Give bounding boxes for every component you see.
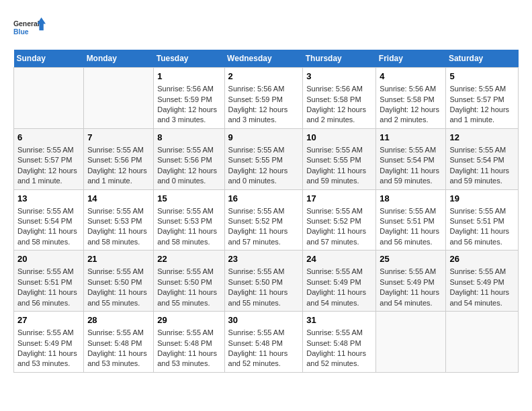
cell-info: Sunrise: 5:55 AM [380,145,442,155]
cell-info: Sunrise: 5:55 AM [157,267,220,277]
cell-info: Sunrise: 5:55 AM [157,145,220,155]
cell-info: Daylight: 11 hours and 52 minutes. [228,349,300,369]
cell-info: Sunset: 5:51 PM [449,216,515,226]
cell-info: Sunrise: 5:55 AM [380,206,442,216]
calendar-cell: 6Sunrise: 5:55 AMSunset: 5:57 PMDaylight… [14,128,84,189]
cell-info: Sunset: 5:50 PM [157,277,220,287]
day-number: 27 [17,314,80,326]
day-number: 26 [449,253,515,265]
cell-info: Sunset: 5:57 PM [449,95,515,105]
cell-info: Sunrise: 5:55 AM [228,267,300,277]
cell-info: Sunset: 5:55 PM [228,155,300,165]
cell-info: Daylight: 11 hours and 55 minutes. [87,287,150,308]
cell-info: Daylight: 11 hours and 56 minutes. [17,287,80,308]
cell-info: Daylight: 12 hours and 2 minutes. [306,105,372,126]
calendar-cell: 7Sunrise: 5:55 AMSunset: 5:56 PMDaylight… [84,128,154,189]
calendar-cell: 2Sunrise: 5:56 AMSunset: 5:59 PMDaylight… [224,68,303,129]
week-row-1: 1Sunrise: 5:56 AMSunset: 5:59 PMDaylight… [14,68,519,129]
cell-info: Sunset: 5:58 PM [380,95,442,105]
calendar-header: SundayMondayTuesdayWednesdayThursdayFrid… [14,50,519,68]
day-number: 28 [87,314,150,326]
cell-info: Sunrise: 5:55 AM [228,206,300,216]
day-number: 22 [157,253,220,265]
day-number: 8 [157,132,220,144]
day-number: 31 [306,314,372,326]
calendar-cell: 8Sunrise: 5:55 AMSunset: 5:56 PMDaylight… [154,128,224,189]
cell-info: Sunset: 5:48 PM [157,338,220,349]
calendar-cell: 20Sunrise: 5:55 AMSunset: 5:51 PMDayligh… [14,250,84,312]
cell-info: Daylight: 11 hours and 52 minutes. [306,349,372,369]
cell-info: Daylight: 12 hours and 3 minutes. [157,105,220,126]
day-number: 17 [306,193,372,205]
cell-info: Sunrise: 5:55 AM [449,145,515,155]
week-row-5: 27Sunrise: 5:55 AMSunset: 5:49 PMDayligh… [14,312,519,373]
calendar-cell: 19Sunrise: 5:55 AMSunset: 5:51 PMDayligh… [446,189,519,250]
cell-info: Sunrise: 5:55 AM [306,328,372,338]
day-number: 11 [380,132,442,144]
cell-info: Sunset: 5:48 PM [306,338,372,349]
logo: General Blue [13,13,46,43]
day-number: 5 [449,71,515,83]
header: General Blue [13,13,519,43]
cell-info: Sunset: 5:50 PM [87,277,150,287]
day-number: 30 [228,314,300,326]
cell-info: Daylight: 11 hours and 56 minutes. [449,226,515,247]
calendar-cell: 21Sunrise: 5:55 AMSunset: 5:50 PMDayligh… [84,250,154,312]
day-number: 18 [380,193,442,205]
cell-info: Daylight: 11 hours and 54 minutes. [380,287,442,308]
cell-info: Daylight: 11 hours and 57 minutes. [228,226,300,247]
cell-info: Sunrise: 5:55 AM [380,267,442,277]
cell-info: Sunrise: 5:55 AM [449,206,515,216]
calendar-body: 1Sunrise: 5:56 AMSunset: 5:59 PMDaylight… [14,68,519,373]
cell-info: Sunset: 5:53 PM [157,216,220,226]
calendar-cell: 26Sunrise: 5:55 AMSunset: 5:49 PMDayligh… [446,250,519,312]
cell-info: Sunset: 5:55 PM [306,155,372,165]
header-day-saturday: Saturday [446,50,519,68]
calendar-cell: 15Sunrise: 5:55 AMSunset: 5:53 PMDayligh… [154,189,224,250]
svg-marker-2 [37,17,46,30]
week-row-3: 13Sunrise: 5:55 AMSunset: 5:54 PMDayligh… [14,189,519,250]
calendar-cell: 16Sunrise: 5:55 AMSunset: 5:52 PMDayligh… [224,189,303,250]
header-day-monday: Monday [84,50,154,68]
calendar-cell: 13Sunrise: 5:55 AMSunset: 5:54 PMDayligh… [14,189,84,250]
cell-info: Sunrise: 5:55 AM [157,328,220,338]
calendar-cell: 1Sunrise: 5:56 AMSunset: 5:59 PMDaylight… [154,68,224,129]
cell-info: Daylight: 11 hours and 58 minutes. [157,226,220,247]
day-number: 4 [380,71,442,83]
week-row-2: 6Sunrise: 5:55 AMSunset: 5:57 PMDaylight… [14,128,519,189]
cell-info: Sunrise: 5:56 AM [157,84,220,94]
cell-info: Daylight: 11 hours and 54 minutes. [306,287,372,308]
day-number: 15 [157,193,220,205]
calendar-cell: 22Sunrise: 5:55 AMSunset: 5:50 PMDayligh… [154,250,224,312]
calendar-cell: 4Sunrise: 5:56 AMSunset: 5:58 PMDaylight… [376,68,446,129]
calendar-cell: 31Sunrise: 5:55 AMSunset: 5:48 PMDayligh… [303,312,376,373]
header-day-wednesday: Wednesday [224,50,303,68]
cell-info: Sunset: 5:53 PM [87,216,150,226]
cell-info: Sunset: 5:49 PM [449,277,515,287]
calendar-cell: 9Sunrise: 5:55 AMSunset: 5:55 PMDaylight… [224,128,303,189]
day-number: 23 [228,253,300,265]
cell-info: Sunset: 5:49 PM [17,338,80,349]
cell-info: Daylight: 11 hours and 56 minutes. [380,226,442,247]
cell-info: Sunset: 5:57 PM [17,155,80,165]
calendar-cell: 27Sunrise: 5:55 AMSunset: 5:49 PMDayligh… [14,312,84,373]
cell-info: Sunset: 5:49 PM [306,277,372,287]
cell-info: Daylight: 12 hours and 3 minutes. [228,105,300,126]
cell-info: Sunrise: 5:55 AM [306,267,372,277]
cell-info: Daylight: 12 hours and 2 minutes. [380,105,442,126]
svg-text:General: General [13,20,40,28]
cell-info: Daylight: 11 hours and 58 minutes. [17,226,80,247]
cell-info: Daylight: 11 hours and 57 minutes. [306,226,372,247]
calendar-cell: 28Sunrise: 5:55 AMSunset: 5:48 PMDayligh… [84,312,154,373]
cell-info: Sunrise: 5:55 AM [87,328,150,338]
cell-info: Sunset: 5:56 PM [87,155,150,165]
cell-info: Sunrise: 5:55 AM [87,145,150,155]
cell-info: Daylight: 12 hours and 0 minutes. [228,166,300,187]
cell-info: Sunrise: 5:55 AM [228,328,300,338]
cell-info: Sunrise: 5:55 AM [306,206,372,216]
day-number: 20 [17,253,80,265]
calendar-cell: 24Sunrise: 5:55 AMSunset: 5:49 PMDayligh… [303,250,376,312]
cell-info: Daylight: 11 hours and 55 minutes. [228,287,300,308]
day-number: 6 [17,132,80,144]
cell-info: Daylight: 12 hours and 0 minutes. [157,166,220,187]
